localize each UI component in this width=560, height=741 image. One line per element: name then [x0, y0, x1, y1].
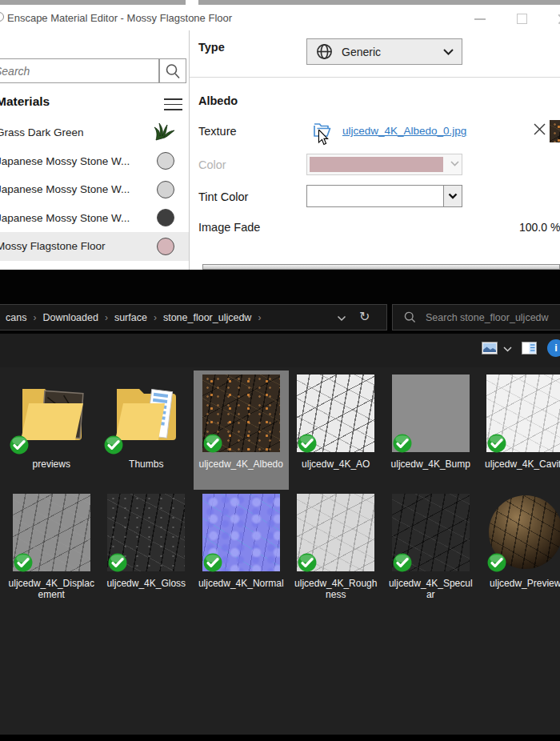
cursor-icon [318, 130, 329, 149]
title-bar[interactable]: Enscape Material Editor - Mossy Flagston… [0, 5, 560, 30]
color-swatch [310, 157, 443, 172]
materials-panel: Materials Grass Dark Green Japanese Moss… [0, 30, 190, 270]
breadcrumb-separator: › [258, 312, 261, 323]
explorer-search-box[interactable]: Search stone_floor_uljcedw [392, 304, 560, 330]
sphere-icon [315, 42, 334, 61]
color-label: Color [198, 158, 226, 171]
minimize-button[interactable] [468, 11, 492, 26]
check-badge-icon [203, 434, 222, 453]
file-tile[interactable]: previews [4, 370, 99, 490]
file-name: uljcedw_4K_Displacement [8, 578, 94, 600]
breadcrumb-item[interactable]: surface [114, 312, 147, 323]
preview-pane-icon[interactable] [522, 342, 537, 354]
tint-color-swatch [309, 187, 442, 205]
file-name: uljcedw_Preview [482, 578, 560, 589]
breadcrumb-separator: › [33, 312, 36, 323]
material-swatch [157, 209, 174, 226]
file-tile[interactable]: uljcedw_Preview [478, 490, 560, 600]
file-name: Thumbs [103, 459, 190, 470]
chevron-down-icon [443, 49, 454, 55]
menu-icon[interactable] [164, 98, 182, 110]
file-name: uljcedw_4K_Bump [387, 459, 474, 470]
close-button[interactable] [550, 11, 560, 26]
check-badge-icon [203, 553, 222, 572]
texture-label: Texture [198, 125, 237, 138]
type-label: Type [198, 41, 225, 54]
section-divider [190, 77, 560, 78]
image-fade-slider[interactable] [202, 264, 560, 270]
file-name: uljcedw_4K_Gloss [103, 578, 190, 589]
address-bar[interactable]: cans › Downloaded › surface › stone_floo… [0, 304, 387, 330]
material-item-selected[interactable]: Mossy Flagstone Floor [0, 232, 190, 261]
check-badge-icon [298, 553, 317, 572]
material-swatch [157, 238, 174, 255]
material-item[interactable]: Japanese Mossy Stone W... [0, 175, 190, 204]
tint-color-dropdown[interactable] [306, 185, 462, 207]
materials-list: Grass Dark Green Japanese Mossy Stone W.… [0, 118, 190, 261]
file-name: uljcedw_4K_Albedo [198, 459, 284, 470]
address-dropdown-icon[interactable] [337, 315, 346, 322]
explorer-search-placeholder: Search stone_floor_uljcedw [426, 312, 549, 323]
check-badge-icon [393, 434, 412, 453]
tint-color-label: Tint Color [198, 190, 248, 203]
file-tile[interactable]: uljcedw_4K_Gloss [99, 490, 194, 600]
file-grid-row: previews [4, 370, 560, 490]
tint-dropdown-button[interactable] [443, 186, 462, 206]
search-icon [165, 63, 181, 79]
file-tile[interactable]: uljcedw_4K_AO [289, 370, 384, 490]
file-name: uljcedw_4K_Roughness [293, 578, 379, 600]
type-dropdown[interactable]: Generic [306, 38, 462, 65]
file-tile[interactable]: uljcedw_4K_Specular [383, 490, 478, 600]
file-tile[interactable]: uljcedw_4K_Normal [194, 490, 289, 600]
check-badge-icon [487, 553, 506, 572]
breadcrumb-item[interactable]: Downloaded [42, 312, 98, 323]
file-tile[interactable]: uljcedw_4K_Displacement [4, 490, 99, 600]
material-item[interactable]: Japanese Mossy Stone W... [0, 147, 190, 176]
file-tile[interactable]: uljcedw_4K_Bump [383, 370, 478, 490]
texture-file-link[interactable]: uljcedw_4K_Albedo_0.jpg [342, 125, 466, 137]
breadcrumb-separator: › [105, 312, 108, 323]
explorer-top-band [0, 270, 560, 303]
material-properties-panel: Type Generic Albedo Texture [190, 30, 560, 270]
image-fade-label: Image Fade [198, 221, 260, 234]
texture-thumbnail[interactable] [550, 120, 560, 142]
file-tile[interactable]: uljcedw_4K_Roughness [289, 490, 384, 600]
file-name: uljcedw_4K_Specular [387, 578, 474, 600]
check-badge-icon [487, 434, 506, 453]
chevron-down-icon[interactable] [503, 346, 512, 352]
file-name: previews [8, 459, 94, 470]
refresh-icon[interactable]: ↻ [359, 309, 370, 324]
check-badge-icon [10, 435, 29, 455]
material-swatch [157, 152, 174, 170]
explorer-toolbar: i [0, 334, 560, 367]
type-value: Generic [342, 46, 443, 58]
thumbnail-view-icon[interactable] [482, 342, 498, 354]
remove-texture-button[interactable] [533, 122, 546, 139]
search-icon [404, 311, 416, 323]
close-icon [533, 122, 546, 136]
breadcrumb-separator: › [154, 312, 157, 323]
material-item[interactable]: Japanese Mossy Stone W... [0, 204, 190, 233]
file-name: uljcedw_4K_Cavity [482, 459, 560, 470]
file-name: uljcedw_4K_Normal [198, 578, 284, 589]
material-search-button[interactable] [159, 58, 186, 83]
info-button[interactable]: i [547, 339, 560, 357]
material-search-input[interactable] [0, 58, 159, 83]
file-tile[interactable]: uljcedw_4K_Cavity [478, 370, 560, 490]
explorer-address-row: cans › Downloaded › surface › stone_floo… [0, 303, 560, 334]
image-fade-value: 100.0 % [519, 221, 560, 234]
chevron-down-icon [450, 161, 459, 166]
file-tile[interactable]: Thumbs [99, 370, 194, 490]
grass-icon [153, 122, 177, 145]
material-item-grass[interactable]: Grass Dark Green [0, 118, 190, 147]
maximize-button[interactable] [510, 11, 534, 26]
albedo-section-header: Albedo [198, 94, 238, 107]
file-explorer-window: cans › Downloaded › surface › stone_floo… [0, 270, 560, 741]
file-tile-selected[interactable]: uljcedw_4K_Albedo [194, 370, 289, 490]
chevron-down-icon [448, 193, 458, 199]
breadcrumb-item[interactable]: cans [6, 312, 26, 323]
breadcrumb-item[interactable]: stone_floor_uljcedw [163, 312, 252, 323]
window-title: Enscape Material Editor - Mossy Flagston… [7, 12, 232, 24]
screen: Enscape Material Editor - Mossy Flagston… [0, 0, 560, 741]
bottom-edge [0, 735, 560, 741]
